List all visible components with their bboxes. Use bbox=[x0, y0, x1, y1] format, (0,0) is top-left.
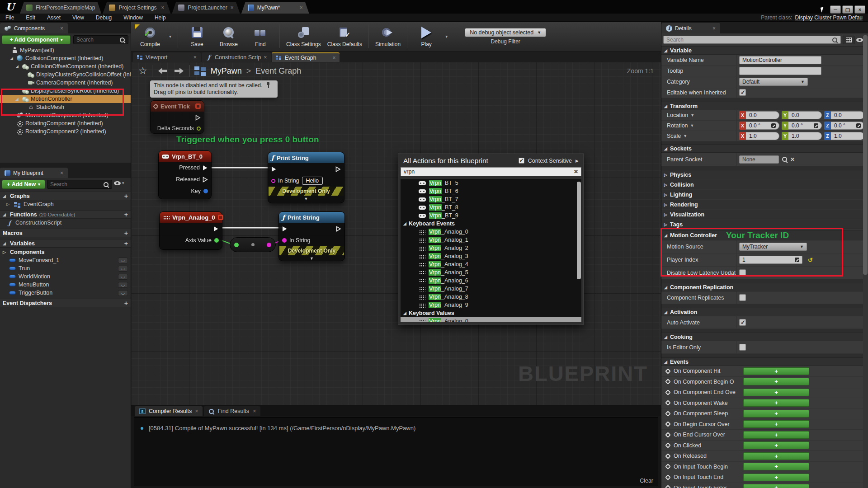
location-x-field[interactable]: 0.0 bbox=[746, 111, 779, 119]
variable-item[interactable]: MoveForward_1 ◡ bbox=[0, 256, 131, 264]
maximize-button[interactable]: ▢ bbox=[842, 5, 853, 14]
collapsed-section-header[interactable]: ▷ Rendering bbox=[661, 200, 863, 209]
tooltip-field[interactable] bbox=[739, 67, 821, 75]
functions-section-header[interactable]: Functions (20 Overridable) + bbox=[0, 210, 131, 219]
variable-visibility-icon[interactable]: ◡ bbox=[118, 258, 128, 263]
action-item[interactable]: Vrpn_Analog_7 bbox=[401, 285, 581, 293]
close-icon[interactable]: × bbox=[712, 25, 716, 32]
exec-out-pin[interactable] bbox=[336, 226, 341, 232]
tab-viewport[interactable]: Viewport × bbox=[133, 52, 201, 62]
rotation-dial-icon[interactable] bbox=[814, 123, 818, 128]
variable-item[interactable]: TriggerButton ◡ bbox=[0, 289, 131, 297]
parent-socket-field[interactable]: None bbox=[739, 155, 779, 164]
location-y-field[interactable]: 0.0 bbox=[788, 111, 822, 119]
class-settings-button[interactable]: Class Settings bbox=[286, 25, 321, 47]
tab-construction-script[interactable]: ƒ Construction Scrip × bbox=[202, 52, 271, 62]
motion-source-dropdown[interactable]: MyTracker▼ bbox=[739, 243, 807, 251]
action-item[interactable]: Vrpn_BT_8 bbox=[401, 203, 581, 211]
add-event-button[interactable]: + bbox=[743, 378, 809, 385]
exec-out-pin[interactable] bbox=[195, 115, 201, 121]
cooking-header[interactable]: ◢Cooking bbox=[661, 333, 863, 341]
component-tree-item[interactable]: CollisionOffsetComponent (Inherited) bbox=[0, 62, 131, 70]
component-tree-item[interactable]: DisplayClusterSyncRoot (Inherited) bbox=[0, 87, 131, 95]
expand-arrow-icon[interactable] bbox=[15, 64, 20, 69]
action-item-selected[interactable]: Vrpn_Analog_0 bbox=[401, 317, 581, 322]
component-tree-item[interactable]: CollisionComponent (Inherited) bbox=[0, 54, 131, 62]
exec-in-pin[interactable] bbox=[271, 166, 277, 172]
add-event-button[interactable]: + bbox=[743, 474, 809, 481]
component-tree-item[interactable]: RotatingComponent2 (Inherited) bbox=[0, 127, 131, 136]
rotation-y-field[interactable]: 0.0 ° bbox=[788, 122, 822, 130]
details-scrollbar[interactable] bbox=[863, 35, 868, 275]
simulation-button[interactable]: Simulation bbox=[375, 25, 401, 47]
tab-event-graph[interactable]: Event Graph × bbox=[272, 52, 340, 62]
variable-visibility-icon[interactable]: ◡ bbox=[118, 282, 128, 288]
my-blueprint-search-input[interactable] bbox=[50, 181, 103, 188]
rotation-dial-icon[interactable] bbox=[856, 123, 861, 128]
rotation-x-field[interactable]: 0.0 ° bbox=[746, 122, 779, 130]
add-event-button[interactable]: + bbox=[743, 484, 809, 488]
construction-script-item[interactable]: ƒ ConstructionScript bbox=[0, 219, 131, 227]
action-item[interactable]: Vrpn_BT_9 bbox=[401, 211, 581, 220]
variable-section-header[interactable]: ◢Variable bbox=[661, 46, 863, 55]
menu-item[interactable]: File bbox=[5, 14, 14, 21]
expand-arrow-icon[interactable]: ▷ bbox=[6, 202, 11, 206]
add-macro-button[interactable]: + bbox=[124, 230, 128, 237]
node-print-string-1[interactable]: ƒ Print String In String Hello Developme… bbox=[268, 152, 344, 203]
tab-details[interactable]: i Details × bbox=[661, 23, 720, 33]
expander-arrow-icon[interactable]: ▶ bbox=[576, 159, 579, 163]
exec-out-pin[interactable] bbox=[213, 226, 219, 232]
close-icon[interactable]: × bbox=[161, 5, 164, 11]
variable-visibility-icon[interactable]: ◡ bbox=[118, 290, 128, 296]
save-button[interactable]: Save bbox=[184, 25, 210, 47]
reset-to-default-icon[interactable]: ↺ bbox=[808, 257, 813, 263]
close-icon[interactable]: × bbox=[60, 170, 63, 176]
motion-controller-section-header[interactable]: ◢ Motion Controller Your Tracker ID bbox=[661, 230, 863, 240]
play-button[interactable]: Play bbox=[414, 25, 439, 47]
component-tree-item[interactable]: MyPawn(self) bbox=[0, 46, 131, 54]
event-graph-item[interactable]: ▷ EventGraph bbox=[0, 200, 131, 208]
exec-out-pin[interactable] bbox=[203, 177, 208, 183]
clear-socket-icon[interactable]: ✕ bbox=[790, 156, 795, 163]
add-event-button[interactable]: + bbox=[743, 463, 809, 470]
components-vars-header[interactable]: ▷ Components bbox=[0, 248, 131, 256]
context-menu-scrollbar[interactable] bbox=[577, 182, 581, 279]
browse-button[interactable]: Browse bbox=[216, 25, 241, 47]
action-item[interactable]: Vrpn_BT_5 bbox=[401, 179, 581, 187]
compile-options-chevron-icon[interactable]: ▾ bbox=[169, 34, 171, 39]
close-window-button[interactable]: × bbox=[854, 5, 865, 14]
expand-arrow-icon[interactable] bbox=[10, 56, 15, 61]
action-item[interactable]: Vrpn_Analog_0 bbox=[401, 228, 581, 236]
component-tree-item[interactable]: ⌂ StaticMesh bbox=[0, 103, 131, 111]
add-event-button[interactable]: + bbox=[743, 431, 809, 439]
variable-visibility-icon[interactable]: ◡ bbox=[118, 266, 128, 272]
value-dial-icon[interactable] bbox=[795, 258, 799, 262]
rotation-z-field[interactable]: 0.0 ° bbox=[831, 122, 863, 130]
disable-low-latency-checkbox[interactable] bbox=[739, 269, 746, 276]
close-icon[interactable]: × bbox=[195, 408, 198, 414]
sockets-section-header[interactable]: ◢Sockets bbox=[661, 144, 863, 153]
component-replication-header[interactable]: ◢Component Replication bbox=[661, 283, 863, 291]
expand-arrow-icon[interactable] bbox=[15, 97, 20, 101]
add-variable-button[interactable]: + bbox=[124, 240, 128, 247]
variable-item[interactable]: WorldMotion ◡ bbox=[0, 272, 131, 281]
menu-item[interactable]: Help bbox=[155, 14, 166, 21]
keyboard-values-header[interactable]: Keyboard Values bbox=[401, 309, 581, 317]
window-tab-mypawn[interactable]: MyPawn* × bbox=[241, 2, 309, 14]
tab-my-blueprint[interactable]: My Blueprint × bbox=[0, 168, 68, 178]
menu-item[interactable]: Edit bbox=[26, 14, 35, 21]
events-header[interactable]: ◢Events bbox=[661, 357, 863, 366]
close-icon[interactable]: × bbox=[264, 54, 267, 61]
auto-activate-checkbox[interactable] bbox=[739, 319, 746, 326]
collapse-chevron-icon[interactable]: ▼ bbox=[268, 196, 344, 202]
window-tab-project-launcher[interactable]: ProjectLauncher × bbox=[172, 2, 240, 14]
is-editor-only-checkbox[interactable] bbox=[739, 344, 746, 351]
action-item[interactable]: Vrpn_Analog_3 bbox=[401, 252, 581, 260]
action-item[interactable]: Vrpn_Analog_2 bbox=[401, 244, 581, 252]
menu-item[interactable]: Debug bbox=[96, 14, 112, 21]
add-event-button[interactable]: + bbox=[743, 441, 809, 449]
collapsed-section-header[interactable]: ▷ Collision bbox=[661, 180, 863, 189]
debug-object-dropdown[interactable]: No debug object selected ▼ bbox=[465, 28, 546, 37]
close-icon[interactable]: × bbox=[300, 5, 303, 11]
node-print-string-2[interactable]: ƒ Print String In String Development Onl… bbox=[278, 211, 345, 261]
